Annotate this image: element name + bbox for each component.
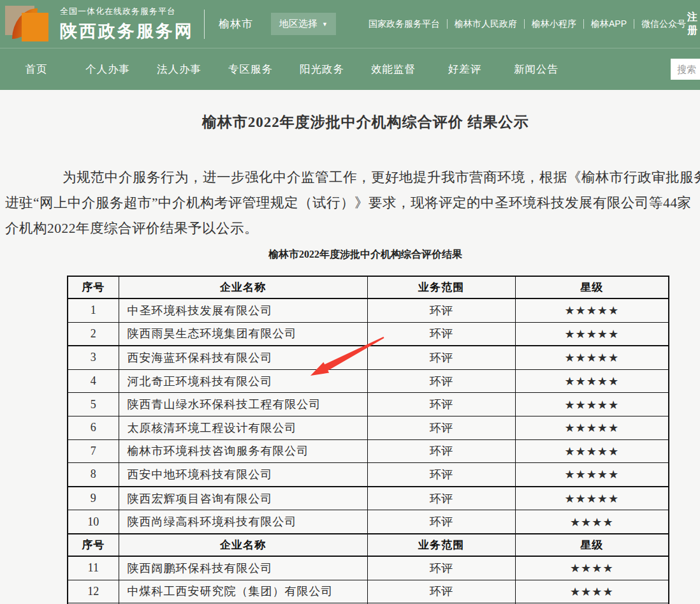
cell-name: 河北奇正环境科技有限公司 xyxy=(119,369,367,393)
table-row: 8西安中地环境科技有限公司环评★★★★★ xyxy=(68,463,669,487)
cell-scope: 环评 xyxy=(367,510,515,534)
link-separator xyxy=(583,19,584,29)
table-row: 1中圣环境科技发展有限公司环评★★★★★ xyxy=(68,298,669,322)
nav-items: 首页个人办事法人办事专区服务阳光政务效能监督好差评新闻公告 xyxy=(0,48,700,90)
cell-stars: ★★★★★ xyxy=(515,487,669,510)
cell-stars: ★★★★★ xyxy=(515,298,669,322)
table-header-row: 序号企业名称业务范围星级 xyxy=(68,276,669,298)
evaluation-table-wrap: 序号企业名称业务范围星级1中圣环境科技发展有限公司环评★★★★★2陕西雨昊生态环… xyxy=(67,276,671,604)
cell-stars: ★★★★★ xyxy=(515,416,669,439)
cell-scope: 环评 xyxy=(367,369,515,393)
cell-scope: 环评 xyxy=(367,346,515,369)
header-link-1[interactable]: 榆林市人民政府 xyxy=(455,18,517,30)
brand-block: 全国一体化在线政务服务平台 陕西政务服务网 xyxy=(60,6,194,43)
announcement-content: 榆林市2022年度涉批中介机构综合评价 结果公示 为规范中介服务行为，进一步强化… xyxy=(5,89,700,604)
table-row: 3西安海蓝环保科技有限公司环评★★★★★ xyxy=(68,346,669,369)
eval-table-body: 序号企业名称业务范围星级1中圣环境科技发展有限公司环评★★★★★2陕西雨昊生态环… xyxy=(68,276,669,604)
column-header-2: 业务范围 xyxy=(367,534,515,556)
cell-scope: 环评 xyxy=(367,298,515,322)
cell-stars: ★★★★★ xyxy=(515,346,669,369)
search-input[interactable] xyxy=(676,63,700,75)
cell-scope: 环评 xyxy=(367,580,515,603)
logo-orange-square xyxy=(22,13,48,41)
column-header-2: 业务范围 xyxy=(367,276,515,298)
nav-item-5[interactable]: 效能监督 xyxy=(365,63,422,77)
header-link-2[interactable]: 榆林小程序 xyxy=(532,18,576,30)
cell-no: 8 xyxy=(68,463,119,487)
column-header-1: 企业名称 xyxy=(119,276,367,298)
top-header: 全国一体化在线政务服务平台 陕西政务服务网 榆林市 地区选择 ▼ 国家政务服务平… xyxy=(0,0,700,48)
nav-item-4[interactable]: 阳光政务 xyxy=(293,63,351,77)
table-row: 6太原核清环境工程设计有限公司环评★★★★★ xyxy=(68,416,669,439)
cell-stars: ★★★★★ xyxy=(515,369,669,393)
link-separator xyxy=(634,19,634,29)
evaluation-table: 序号企业名称业务范围星级1中圣环境科技发展有限公司环评★★★★★2陕西雨昊生态环… xyxy=(67,276,669,604)
cell-no: 12 xyxy=(68,580,119,603)
nav-item-2[interactable]: 法人办事 xyxy=(150,63,208,77)
cell-stars: ★★★★ xyxy=(515,556,669,580)
header-link-4[interactable]: 微信公众号 xyxy=(641,18,686,30)
main-nav: 首页个人办事法人办事专区服务阳光政务效能监督好差评新闻公告 xyxy=(0,48,700,90)
nav-item-1[interactable]: 个人办事 xyxy=(79,63,136,77)
cell-stars: ★★★★★ xyxy=(515,439,669,463)
chevron-down-icon: ▼ xyxy=(322,21,328,27)
header-link-0[interactable]: 国家政务服务平台 xyxy=(368,18,440,30)
cell-scope: 环评 xyxy=(367,439,515,463)
header-divider xyxy=(204,10,205,39)
cell-name: 榆林市环境科技咨询服务有限公司 xyxy=(119,439,367,463)
column-header-0: 序号 xyxy=(68,534,119,556)
cell-name: 陕西青山绿水环保科技工程有限公司 xyxy=(119,393,367,416)
page-title: 榆林市2022年度涉批中介机构综合评价 结果公示 xyxy=(5,112,700,132)
nav-item-7[interactable]: 新闻公告 xyxy=(507,63,565,77)
cell-scope: 环评 xyxy=(367,322,515,346)
header-link-3[interactable]: 榆林APP xyxy=(591,18,627,30)
cell-stars: ★★★★★ xyxy=(515,393,669,416)
cell-stars: ★★★★ xyxy=(515,510,669,534)
region-selector-button[interactable]: 地区选择 ▼ xyxy=(271,13,336,35)
header-quick-links: 国家政务服务平台榆林市人民政府榆林小程序榆林APP微信公众号 xyxy=(368,0,686,48)
table-row: 4河北奇正环境科技有限公司环评★★★★★ xyxy=(68,369,669,393)
cell-no: 1 xyxy=(68,298,119,322)
cell-no: 11 xyxy=(68,556,119,580)
link-separator xyxy=(524,19,525,29)
paragraph-line-1: 为规范中介服务行为，进一步强化中介监管工作，更好地提升我市营商环境，根据《榆林市… xyxy=(5,165,700,190)
nav-item-3[interactable]: 专区服务 xyxy=(222,63,279,77)
cell-no: 3 xyxy=(68,346,119,369)
cell-no: 6 xyxy=(68,416,119,439)
cell-no: 2 xyxy=(68,322,119,346)
table-row: 12中煤科工西安研究院（集团）有限公司环评★★★★ xyxy=(68,580,669,603)
search-box[interactable] xyxy=(671,59,700,80)
region-selector-label: 地区选择 xyxy=(279,18,317,30)
current-city-label: 榆林市 xyxy=(219,17,253,31)
nav-item-6[interactable]: 好差评 xyxy=(436,63,493,77)
table-row: 7榆林市环境科技咨询服务有限公司环评★★★★★ xyxy=(68,439,669,463)
cell-name: 陕西雨昊生态环境集团有限公司 xyxy=(119,322,367,346)
table-row: 9陕西宏辉项目咨询有限公司环评★★★★★ xyxy=(68,487,669,510)
cell-no: 4 xyxy=(68,369,119,393)
cell-name: 中圣环境科技发展有限公司 xyxy=(119,298,367,322)
cell-stars: ★★★★ xyxy=(515,580,669,603)
column-header-3: 星级 xyxy=(515,276,669,298)
link-separator xyxy=(447,19,448,29)
page: 全国一体化在线政务服务平台 陕西政务服务网 榆林市 地区选择 ▼ 国家政务服务平… xyxy=(0,0,700,604)
cell-name: 陕西阔鹏环保科技有限公司 xyxy=(119,556,367,580)
cell-scope: 环评 xyxy=(367,463,515,487)
cell-scope: 环评 xyxy=(367,556,515,580)
column-header-3: 星级 xyxy=(515,534,669,556)
cell-no: 9 xyxy=(68,487,119,510)
cell-name: 西安海蓝环保科技有限公司 xyxy=(119,346,367,369)
cell-name: 陕西宏辉项目咨询有限公司 xyxy=(119,487,367,510)
platform-label: 全国一体化在线政务服务平台 xyxy=(60,6,194,17)
announcement-paragraph: 为规范中介服务行为，进一步强化中介监管工作，更好地提升我市营商环境，根据《榆林市… xyxy=(5,165,700,241)
nav-item-0[interactable]: 首页 xyxy=(8,63,65,77)
register-link[interactable]: 注册 xyxy=(687,0,700,48)
cell-scope: 环评 xyxy=(367,487,515,510)
cell-stars: ★★★★★ xyxy=(515,322,669,346)
table-caption: 榆林市2022年度涉批中介机构综合评价结果 xyxy=(5,248,700,261)
cell-name: 中煤科工西安研究院（集团）有限公司 xyxy=(119,580,367,603)
table-row: 10陕西尚绿高科环境科技有限公司环评★★★★ xyxy=(68,510,669,534)
column-header-1: 企业名称 xyxy=(119,534,367,556)
site-logo-icon xyxy=(5,2,55,47)
cell-no: 7 xyxy=(68,439,119,463)
site-name: 陕西政务服务网 xyxy=(60,20,194,43)
